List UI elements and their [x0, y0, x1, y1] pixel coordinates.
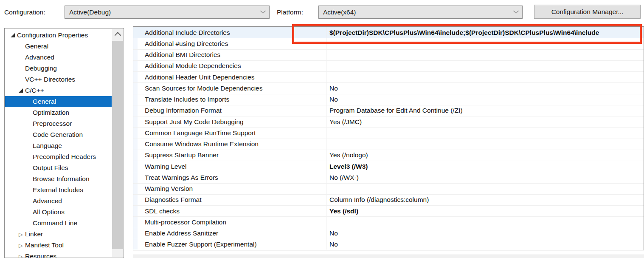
property-value[interactable]: Program Database for Edit And Continue (… [326, 105, 644, 116]
property-name: Suppress Startup Banner [133, 150, 326, 161]
tree-item-label: All Options [33, 208, 65, 216]
property-row-debug-information-format[interactable]: Debug Information FormatProgram Database… [133, 105, 644, 116]
property-row-consume-windows-runtime-extension[interactable]: Consume Windows Runtime Extension [133, 139, 644, 150]
property-value[interactable]: Yes (/nologo) [326, 150, 644, 161]
tree-item-code-generation[interactable]: Code Generation [5, 129, 112, 140]
tree-item-manifest-tool[interactable]: ▷Manifest Tool [5, 240, 112, 251]
property-value[interactable]: No (/WX-) [326, 172, 644, 183]
property-value[interactable]: Yes (/JMC) [326, 116, 644, 127]
property-name: Common Language RunTime Support [133, 128, 326, 138]
tree-item-vc-directories[interactable]: VC++ Directories [5, 74, 112, 85]
vs-property-pages-dialog: { "toolbar": { "configuration_label": "C… [0, 0, 644, 258]
collapsed-triangle-icon[interactable]: ▷ [17, 242, 25, 249]
chevron-down-icon [260, 8, 266, 14]
property-name: Diagnostics Format [133, 195, 326, 205]
property-row-diagnostics-format[interactable]: Diagnostics FormatColumn Info (/diagnost… [133, 195, 644, 206]
tree-item-label: Resources [25, 252, 56, 258]
property-value[interactable] [326, 38, 644, 49]
grid-horizontal-scrollbar[interactable] [133, 254, 644, 258]
property-value[interactable] [326, 184, 644, 194]
tree-item-linker[interactable]: ▷Linker [5, 229, 112, 240]
property-value[interactable] [326, 139, 644, 150]
tree-item-label: Precompiled Headers [33, 153, 96, 161]
tree-item-browse-information[interactable]: Browse Information [5, 173, 112, 184]
tree-item-advanced[interactable]: Advanced [5, 196, 112, 207]
tree-item-all-options[interactable]: All Options [5, 207, 112, 218]
property-row-treat-warnings-as-errors[interactable]: Treat Warnings As ErrorsNo (/WX-) [133, 172, 644, 183]
property-name: Additional Header Unit Dependencies [133, 72, 326, 82]
configuration-manager-button[interactable]: Configuration Manager... [534, 5, 641, 19]
chevron-up-icon [114, 32, 121, 39]
property-row-additional-module-dependencies[interactable]: Additional Module Dependencies [133, 61, 644, 72]
property-name: Warning Level [133, 161, 326, 172]
property-value[interactable]: Level3 (/W3) [326, 161, 644, 172]
property-row-suppress-startup-banner[interactable]: Suppress Startup BannerYes (/nologo) [133, 150, 644, 161]
tree-item-external-includes[interactable]: External Includes [5, 184, 112, 196]
property-name: SDL checks [133, 206, 326, 216]
property-row-translate-includes-to-imports[interactable]: Translate Includes to ImportsNo [133, 94, 644, 105]
property-value[interactable] [326, 61, 644, 71]
property-row-multi-processor-compilation[interactable]: Multi-processor Compilation [133, 217, 644, 228]
configuration-dropdown-value: Active(Debug) [69, 9, 111, 16]
property-row-additional-bmi-directories[interactable]: Additional BMI Directories [133, 50, 644, 61]
property-row-additional-using-directories[interactable]: Additional #using Directories [133, 38, 644, 49]
tree-item-precompiled-headers[interactable]: Precompiled Headers [5, 151, 112, 162]
tree-item-optimization[interactable]: Optimization [5, 107, 112, 118]
property-value[interactable]: $(ProjectDir)SDK\CPlusPlus\Win64\include… [326, 27, 644, 38]
tree-item-configuration-properties[interactable]: Configuration Properties [5, 30, 112, 41]
configuration-dropdown[interactable]: Active(Debug) [65, 6, 270, 19]
property-row-warning-level[interactable]: Warning LevelLevel3 (/W3) [133, 161, 644, 172]
scrollbar-thumb[interactable] [112, 41, 123, 249]
tree-item-resources[interactable]: ▷Resources [5, 251, 112, 258]
tree-item-label: Debugging [25, 65, 57, 72]
property-value[interactable] [326, 72, 644, 82]
property-name: Additional BMI Directories [133, 50, 326, 60]
property-row-sdl-checks[interactable]: SDL checksYes (/sdl) [133, 206, 644, 217]
tree-item-label: General [33, 98, 56, 105]
scroll-up-button[interactable] [112, 29, 123, 40]
platform-dropdown-value: Active(x64) [323, 9, 356, 16]
tree-item-label: Browse Information [33, 175, 90, 183]
property-value[interactable] [326, 128, 644, 138]
property-value[interactable]: No [326, 83, 644, 94]
tree-item-advanced[interactable]: Advanced [5, 52, 112, 63]
tree-item-language[interactable]: Language [5, 140, 112, 151]
tree-item-label: Advanced [33, 197, 62, 205]
property-name: Support Just My Code Debugging [133, 116, 326, 127]
tree-item-c-c[interactable]: C/C++ [5, 85, 112, 96]
expanded-triangle-icon[interactable] [17, 88, 25, 93]
tree-item-label: Code Generation [33, 131, 83, 139]
expanded-triangle-icon[interactable] [8, 33, 17, 37]
property-name: Translate Includes to Imports [133, 94, 326, 105]
tree-item-general[interactable]: General [5, 96, 112, 107]
property-row-enable-address-sanitizer[interactable]: Enable Address SanitizerNo [133, 228, 644, 239]
property-value[interactable] [326, 217, 644, 227]
property-value[interactable]: No [326, 94, 644, 105]
collapsed-triangle-icon[interactable]: ▷ [17, 231, 25, 238]
tree-item-label: Optimization [33, 109, 69, 116]
property-value[interactable]: No [326, 239, 644, 250]
tree-item-label: Language [33, 142, 62, 150]
property-row-scan-sources-for-module-dependencies[interactable]: Scan Sources for Module DependenciesNo [133, 83, 644, 94]
tree-item-preprocessor[interactable]: Preprocessor [5, 118, 112, 129]
tree-item-label: Configuration Properties [17, 31, 88, 39]
property-row-enable-fuzzer-support-experimental[interactable]: Enable Fuzzer Support (Experimental)No [133, 239, 644, 250]
property-row-additional-header-unit-dependencies[interactable]: Additional Header Unit Dependencies [133, 72, 644, 83]
tree-vertical-scrollbar[interactable] [112, 29, 123, 257]
property-name: Enable Address Sanitizer [133, 228, 326, 239]
property-value[interactable]: Yes (/sdl) [326, 206, 644, 216]
property-row-support-just-my-code-debugging[interactable]: Support Just My Code DebuggingYes (/JMC) [133, 116, 644, 128]
tree-item-debugging[interactable]: Debugging [5, 63, 112, 74]
property-name: Multi-processor Compilation [133, 217, 326, 227]
property-row-common-language-runtime-support[interactable]: Common Language RunTime Support [133, 128, 644, 139]
collapsed-triangle-icon[interactable]: ▷ [17, 253, 25, 258]
tree-item-output-files[interactable]: Output Files [5, 162, 112, 173]
property-value[interactable]: No [326, 228, 644, 239]
platform-dropdown[interactable]: Active(x64) [318, 6, 523, 19]
tree-item-command-line[interactable]: Command Line [5, 218, 112, 229]
tree-item-general[interactable]: General [5, 41, 112, 52]
property-row-warning-version[interactable]: Warning Version [133, 184, 644, 195]
property-value[interactable]: Column Info (/diagnostics:column) [326, 195, 644, 205]
property-value[interactable] [326, 50, 644, 60]
property-row-additional-include-directories[interactable]: Additional Include Directories$(ProjectD… [133, 27, 644, 38]
